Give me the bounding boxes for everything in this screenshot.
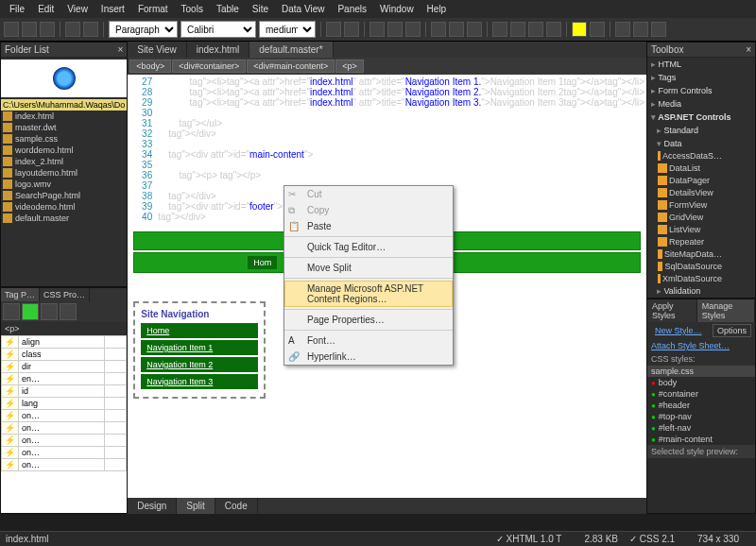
tag-row[interactable]: ⚡en… — [2, 373, 127, 385]
nav-item[interactable]: Navigation Item 3 — [141, 374, 258, 389]
css-rule[interactable]: #header — [647, 400, 755, 411]
menu-tools[interactable]: Tools — [176, 2, 209, 16]
toolbox-category[interactable]: Validation — [647, 284, 755, 298]
numlist-button[interactable] — [510, 22, 525, 37]
italic-button[interactable] — [387, 22, 403, 37]
file-item[interactable]: layoutdemo.html — [1, 167, 127, 179]
context-menu-item[interactable]: Paste📋 — [284, 218, 453, 234]
css-rule[interactable]: #top-nav — [647, 411, 755, 422]
menu-edit[interactable]: Edit — [32, 2, 60, 16]
view-tab-code[interactable]: Code — [215, 498, 258, 514]
size-select[interactable]: medium — [259, 21, 316, 38]
close-icon[interactable]: × — [746, 44, 751, 55]
menu-table[interactable]: Table — [211, 2, 245, 16]
menu-help[interactable]: Help — [421, 2, 453, 16]
tag-row[interactable]: ⚡lang — [2, 398, 127, 410]
css-rule[interactable]: #main-content — [647, 434, 755, 445]
color-button[interactable] — [590, 22, 605, 37]
tag-tab[interactable]: Tag P… — [1, 288, 40, 301]
doc-tab[interactable]: default.master* — [249, 42, 333, 58]
context-menu-item[interactable]: Font…A — [284, 333, 453, 349]
file-item[interactable]: worddemo.html — [1, 145, 127, 156]
css-file[interactable]: sample.css — [647, 366, 755, 377]
css-rule[interactable]: #container — [647, 388, 755, 400]
css-rule[interactable]: body — [647, 377, 755, 388]
toolbox-item[interactable]: XmlDataSource — [657, 273, 723, 284]
save-button[interactable] — [40, 22, 55, 37]
menu-format[interactable]: Format — [132, 2, 174, 16]
align-center-button[interactable] — [449, 22, 464, 37]
new-button[interactable] — [4, 22, 19, 37]
undo-button[interactable] — [326, 22, 341, 37]
file-item[interactable]: sample.css — [1, 133, 127, 145]
menu-data-view[interactable]: Data View — [276, 2, 330, 16]
menu-site[interactable]: Site — [247, 2, 274, 16]
status-css[interactable]: ✓ CSS 2.1 — [629, 534, 686, 544]
file-item[interactable]: logo.wmv — [1, 179, 127, 190]
tag-tab[interactable]: CSS Pro… — [40, 288, 90, 301]
file-item[interactable]: default.master — [1, 213, 127, 224]
preview-button[interactable] — [65, 22, 80, 37]
breadcrumb-item[interactable]: <div#main-content> — [247, 60, 335, 73]
list-button[interactable] — [492, 22, 507, 37]
context-menu-item[interactable]: Manage Microsoft ASP.NET Content Regions… — [284, 281, 453, 307]
publish-button[interactable] — [83, 22, 98, 37]
context-menu-item[interactable]: Hyperlink…🔗 — [284, 349, 453, 365]
context-menu-item[interactable]: Page Properties… — [284, 312, 453, 328]
toolbox-item[interactable]: ListView — [657, 224, 723, 235]
toolbox-item[interactable]: GridView — [657, 212, 723, 223]
toolbox-item[interactable]: DetailsView — [657, 187, 723, 198]
highlight-button[interactable] — [572, 22, 587, 37]
tag-row[interactable]: ⚡on… — [2, 410, 127, 422]
style-tab[interactable]: Apply Styles — [647, 299, 697, 322]
menu-view[interactable]: View — [61, 2, 94, 16]
toolbox-item[interactable]: FormView — [657, 199, 723, 211]
tag-row[interactable]: ⚡align — [2, 336, 127, 349]
menu-window[interactable]: Window — [374, 2, 420, 16]
toolbox-category[interactable]: Media — [647, 97, 755, 111]
menu-insert[interactable]: Insert — [95, 2, 130, 16]
view-tab-split[interactable]: Split — [177, 498, 215, 514]
tag-row[interactable]: ⚡dir — [2, 361, 127, 373]
css-rule[interactable]: #left-nav — [647, 422, 755, 434]
table-button[interactable] — [615, 22, 630, 37]
image-button[interactable] — [633, 22, 648, 37]
file-item[interactable]: SearchPage.html — [1, 190, 127, 201]
align-left-button[interactable] — [431, 22, 446, 37]
doc-tab[interactable]: Site View — [128, 42, 187, 58]
tag-btn[interactable] — [41, 303, 58, 320]
new-style-link[interactable]: New Style… — [651, 324, 706, 337]
indent-button[interactable] — [546, 22, 561, 37]
redo-button[interactable] — [344, 22, 359, 37]
context-menu-item[interactable]: Quick Tag Editor… — [284, 239, 453, 255]
underline-button[interactable] — [405, 22, 421, 37]
breadcrumb-item[interactable]: <body> — [129, 60, 171, 73]
link-button[interactable] — [651, 22, 666, 37]
status-xhtml[interactable]: ✓ XHTML 1.0 T — [496, 534, 574, 544]
tag-row[interactable]: ⚡on… — [2, 447, 127, 459]
file-item[interactable]: index_2.html — [1, 156, 127, 167]
bold-button[interactable] — [369, 22, 385, 37]
nav-item[interactable]: Home — [141, 323, 258, 338]
font-select[interactable]: Calibri — [180, 21, 256, 38]
breadcrumb-item[interactable]: <p> — [335, 60, 364, 73]
menu-file[interactable]: File — [4, 2, 30, 16]
site-icon[interactable] — [1, 60, 127, 97]
toolbox-item[interactable]: AccessDataS… — [657, 150, 723, 162]
breadcrumb-item[interactable]: <div#container> — [172, 60, 246, 73]
attach-stylesheet-link[interactable]: Attach Style Sheet… — [647, 339, 755, 352]
tag-btn[interactable] — [22, 303, 39, 320]
style-tab[interactable]: Manage Styles — [697, 299, 755, 322]
nav-item[interactable]: Navigation Item 2 — [141, 357, 258, 372]
toolbox-category[interactable]: Form Controls — [647, 84, 755, 97]
file-item[interactable]: index.html — [1, 111, 127, 122]
tag-row[interactable]: ⚡on… — [2, 435, 127, 447]
toolbox-category[interactable]: Tags — [647, 71, 755, 84]
open-button[interactable] — [22, 22, 37, 37]
folder-path[interactable]: C:\Users\Muhammad.Waqas\Do — [1, 99, 127, 111]
view-tab-design[interactable]: Design — [128, 498, 177, 514]
context-menu-item[interactable]: Move Split — [284, 260, 453, 276]
toolbox-category[interactable]: Standard — [647, 124, 755, 137]
toolbox-item[interactable]: DataList — [657, 162, 723, 174]
tag-row[interactable]: ⚡on… — [2, 422, 127, 435]
